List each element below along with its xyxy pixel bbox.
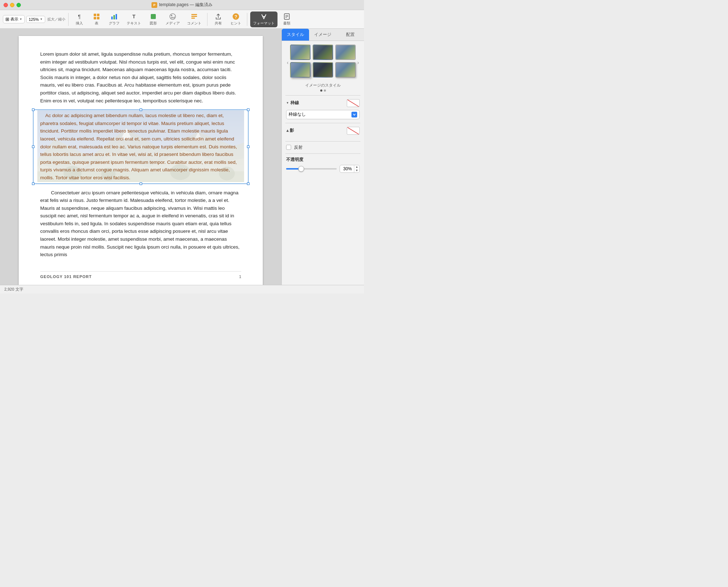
toolbar: ⊞ 表示 ▼ 125% ▼ 拡大／縮小 ¶ 挿入 表 (0, 10, 364, 29)
svg-rect-2 (97, 14, 99, 16)
style-thumb-5[interactable] (313, 62, 333, 78)
opacity-decrement[interactable]: ▼ (354, 169, 359, 172)
share-icon (215, 13, 222, 20)
style-nav-left[interactable]: ‹ (285, 60, 290, 65)
divider-1 (68, 13, 69, 26)
opacity-steppers: ▲ ▼ (354, 165, 359, 172)
opacity-value: 30% (340, 166, 354, 172)
style-thumb-1[interactable] (290, 45, 311, 60)
format-icon (260, 13, 267, 20)
shadow-title: ▶ 影 (286, 128, 294, 134)
select-arrow-icon (351, 112, 357, 117)
maximize-button[interactable] (17, 3, 21, 7)
view-dropdown[interactable]: ⊞ 表示 ▼ (3, 15, 25, 23)
text-icon: T (130, 13, 137, 20)
format-button[interactable]: フォーマット (250, 11, 277, 27)
border-row: 枠線なし (286, 110, 360, 119)
image-style-label: イメージのスタイル (285, 83, 360, 88)
handle-bottom-left[interactable] (32, 182, 34, 185)
doctype-button[interactable]: 書類 (279, 11, 295, 27)
page[interactable]: Lorem ipsum dolor sit amet, ligula suspe… (19, 36, 263, 285)
close-button[interactable] (4, 3, 8, 7)
paragraph-1: Lorem ipsum dolor sit amet, ligula suspe… (40, 50, 241, 105)
tab-placement[interactable]: 配置 (337, 29, 364, 41)
minimize-button[interactable] (10, 3, 14, 7)
handle-top-right[interactable] (247, 108, 249, 111)
image-styles-section: ‹ (282, 41, 364, 95)
svg-rect-5 (111, 17, 113, 19)
text-button[interactable]: T テキスト (124, 11, 144, 27)
comment-button[interactable]: コメント (184, 11, 204, 27)
graph-icon (111, 13, 118, 20)
border-title: ▼ 枠線 (286, 100, 299, 106)
shadow-section-header[interactable]: ▶ 影 (286, 127, 360, 135)
shadow-section: ▶ 影 (282, 123, 364, 141)
zoom-label: 拡大／縮小 (47, 17, 65, 22)
svg-point-10 (170, 14, 176, 19)
style-thumb-3[interactable] (335, 45, 356, 60)
style-thumb-4[interactable] (290, 62, 311, 78)
opacity-section: 不透明度 30% ▲ ▼ (282, 154, 364, 176)
opacity-increment[interactable]: ▲ (354, 165, 359, 169)
handle-bottom-right[interactable] (247, 182, 249, 185)
page-footer: GEOLOGY 101 REPORT 1 (40, 271, 241, 280)
handle-middle-right[interactable] (247, 145, 249, 148)
border-color-picker[interactable] (347, 99, 360, 107)
border-select[interactable]: 枠線なし (286, 110, 360, 119)
doctype-icon (283, 13, 290, 20)
style-nav-right[interactable]: › (356, 60, 360, 65)
word-count: 2,920 文字 (4, 287, 23, 292)
style-thumb-2[interactable] (313, 45, 333, 60)
svg-rect-3 (94, 17, 96, 19)
handle-middle-left[interactable] (32, 145, 34, 148)
image-text-block[interactable]: Ac dolor ac adipiscing amet bibendum nul… (37, 110, 244, 183)
image-styles-grid (290, 45, 356, 78)
share-button[interactable]: 共有 (210, 11, 226, 27)
svg-rect-14 (191, 18, 195, 19)
handle-top-left[interactable] (32, 108, 34, 111)
reflection-checkbox[interactable] (286, 145, 291, 150)
no-border-indicator (347, 100, 359, 107)
style-dot-2[interactable] (324, 89, 326, 92)
graph-button[interactable]: グラフ (106, 11, 122, 27)
toolbar-left: ⊞ 表示 ▼ 125% ▼ 拡大／縮小 (3, 15, 65, 23)
opacity-label: 不透明度 (286, 157, 360, 163)
main-area: Lorem ipsum dolor sit amet, ligula suspe… (0, 29, 364, 285)
shape-icon (150, 13, 157, 20)
right-panel: スタイル イメージ 配置 ‹ (281, 29, 364, 285)
svg-text:T: T (132, 14, 136, 19)
title-bar: P template.pages — 編集済み (0, 0, 364, 10)
svg-line-33 (347, 100, 359, 107)
opacity-value-box: 30% ▲ ▼ (340, 165, 360, 173)
hint-button[interactable]: ? ヒント (228, 11, 244, 27)
svg-text:¶: ¶ (78, 14, 81, 19)
no-shadow-indicator (347, 127, 359, 135)
zoom-dropdown[interactable]: 125% ▼ (26, 16, 45, 23)
reflection-row: 反射 (282, 142, 364, 153)
svg-point-11 (171, 15, 172, 16)
border-section-header[interactable]: ▼ 枠線 (286, 99, 360, 107)
shape-button[interactable]: 図形 (145, 11, 161, 27)
opacity-row: 30% ▲ ▼ (286, 165, 360, 173)
tab-image[interactable]: イメージ (309, 29, 336, 41)
document-area[interactable]: Lorem ipsum dolor sit amet, ligula suspe… (0, 29, 281, 285)
paragraph-3: Consectetuer arcu ipsum ornare pellentes… (40, 189, 241, 259)
svg-rect-1 (94, 14, 96, 16)
reflection-label: 反射 (294, 144, 303, 151)
table-button[interactable]: 表 (89, 11, 104, 27)
style-thumb-6[interactable] (335, 62, 356, 78)
opacity-slider-track[interactable] (286, 168, 337, 170)
app-icon: P (151, 2, 157, 8)
shadow-color-picker[interactable] (347, 127, 360, 135)
svg-rect-6 (113, 15, 115, 19)
svg-rect-7 (116, 14, 117, 19)
style-dot-1[interactable] (320, 89, 322, 92)
insert-button[interactable]: ¶ 挿入 (71, 11, 87, 27)
opacity-slider-thumb[interactable] (298, 166, 304, 172)
svg-line-34 (347, 127, 359, 135)
window-title: P template.pages — 編集済み (151, 2, 213, 8)
style-dots (285, 89, 360, 92)
tab-style[interactable]: スタイル (282, 29, 309, 41)
svg-text:?: ? (234, 14, 237, 19)
media-button[interactable]: メディア (163, 11, 183, 27)
